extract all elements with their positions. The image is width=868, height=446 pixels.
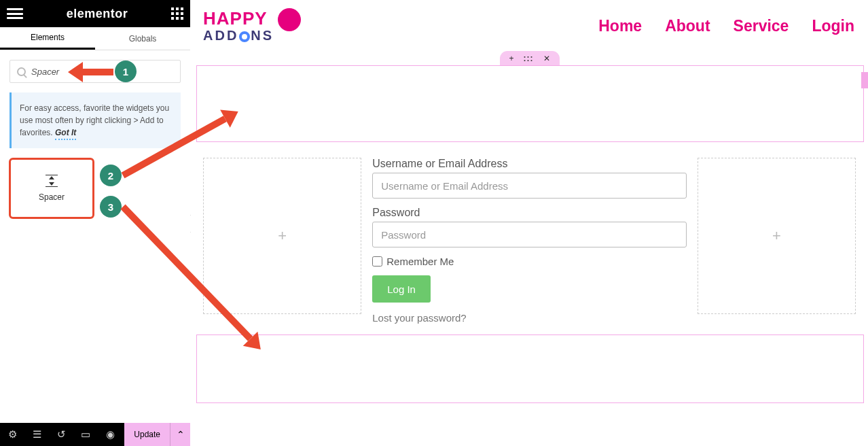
section-drag-icon[interactable]: ::: xyxy=(524,54,534,63)
site-header: HAPPY ADDNS Home About Service Login xyxy=(191,0,868,52)
site-logo[interactable]: HAPPY ADDNS xyxy=(203,10,301,42)
step-marker-3: 3 xyxy=(100,196,122,218)
empty-column-left[interactable]: + xyxy=(203,158,361,314)
login-button[interactable]: Log In xyxy=(372,275,431,303)
apps-icon[interactable] xyxy=(171,7,183,20)
logo-line1: HAPPY xyxy=(203,10,274,27)
remember-checkbox[interactable] xyxy=(372,256,382,267)
logo-line2: ADDNS xyxy=(203,29,274,42)
favorites-tip: For easy access, favorite the widgets yo… xyxy=(10,92,181,148)
brand-label: elementor xyxy=(67,7,128,21)
section-close-icon[interactable]: ✕ xyxy=(543,54,550,63)
username-field[interactable] xyxy=(372,173,687,199)
password-label: Password xyxy=(372,207,687,219)
section-add-icon[interactable]: + xyxy=(509,54,513,63)
panel-footer: ⚙ ☰ ↺ ▭ ◉ Update ⌃ xyxy=(0,423,190,446)
widget-spacer[interactable]: Spacer xyxy=(9,158,94,219)
preview-icon[interactable]: ◉ xyxy=(98,423,122,446)
section-toolbar: + ::: ✕ xyxy=(499,51,559,66)
menu-icon[interactable] xyxy=(7,8,23,19)
empty-column-right[interactable]: + xyxy=(698,158,856,314)
editor-canvas: HAPPY ADDNS Home About Service Login + :… xyxy=(191,0,868,446)
spacer-icon xyxy=(46,175,58,187)
update-dropdown[interactable]: ⌃ xyxy=(170,423,190,446)
history-icon[interactable]: ↺ xyxy=(49,423,73,446)
settings-icon[interactable]: ⚙ xyxy=(0,423,24,446)
password-field[interactable] xyxy=(372,222,687,247)
nav-login[interactable]: Login xyxy=(812,17,854,35)
nav-menu: Home About Service Login xyxy=(598,17,854,35)
tab-elements[interactable]: Elements xyxy=(0,27,95,50)
widget-label: Spacer xyxy=(39,192,65,202)
logo-mark-icon xyxy=(278,8,301,31)
section-resize-handle[interactable] xyxy=(861,72,868,88)
step-marker-1: 1 xyxy=(115,61,137,82)
tip-text: For easy access, favorite the widgets yo… xyxy=(20,103,169,137)
section-top[interactable] xyxy=(196,65,864,142)
panel-tabs: Elements Globals xyxy=(0,27,190,50)
form-section: + Username or Email Address Password Rem… xyxy=(203,158,856,314)
elementor-panel: elementor Elements Globals For easy acce… xyxy=(0,0,190,423)
remember-me[interactable]: Remember Me xyxy=(372,256,687,267)
tab-globals[interactable]: Globals xyxy=(95,27,190,50)
nav-service[interactable]: Service xyxy=(734,17,789,35)
responsive-icon[interactable]: ▭ xyxy=(73,423,98,446)
nav-home[interactable]: Home xyxy=(598,17,642,35)
nav-about[interactable]: About xyxy=(665,17,710,35)
tip-gotit[interactable]: Got It xyxy=(55,128,76,140)
panel-header: elementor xyxy=(0,0,190,27)
login-form: Username or Email Address Password Remem… xyxy=(368,158,691,314)
step-marker-2: 2 xyxy=(100,165,122,186)
lost-password-link[interactable]: Lost your password? xyxy=(372,312,687,324)
navigator-icon[interactable]: ☰ xyxy=(24,423,49,446)
update-button[interactable]: Update xyxy=(124,423,170,446)
remember-label: Remember Me xyxy=(386,256,454,267)
search-icon xyxy=(17,67,26,76)
username-label: Username or Email Address xyxy=(372,158,687,170)
section-bottom[interactable] xyxy=(196,334,864,403)
